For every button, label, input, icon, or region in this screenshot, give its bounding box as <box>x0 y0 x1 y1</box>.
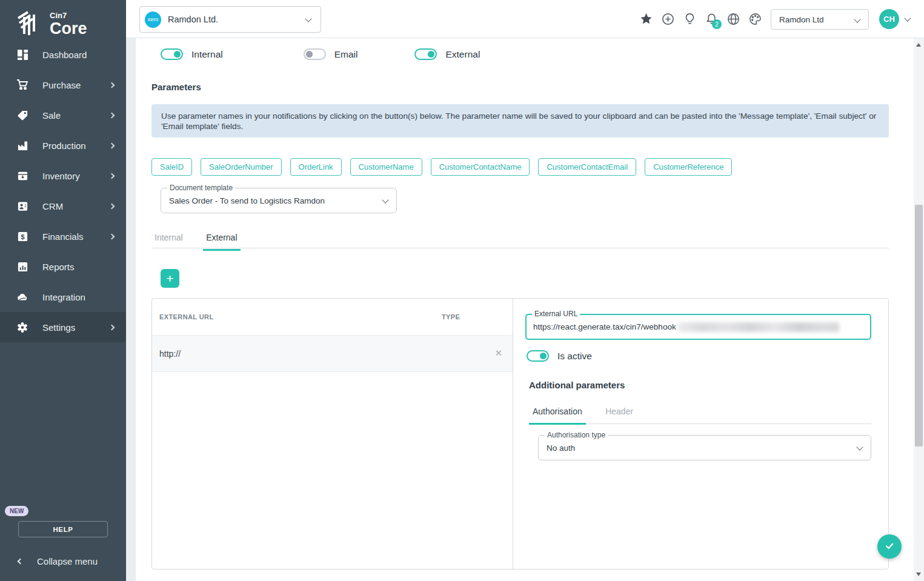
entity-name: Ramdon Ltd <box>779 15 824 24</box>
globe-icon[interactable] <box>726 12 740 25</box>
sidebar-label-dashboard: Dashboard <box>42 50 87 60</box>
parameters-info-box: Use parameter names in your notification… <box>151 104 889 138</box>
column-type: TYPE <box>442 313 460 320</box>
chevron-down-icon <box>856 443 863 450</box>
sidebar: Cin7 Core Dashboard Purchase <box>0 0 126 581</box>
topbar: xero Ramdon Ltd. 2 <box>126 0 924 38</box>
webhook-panel: EXTERNAL URL TYPE http:// ✕ External URL… <box>151 298 889 569</box>
scrollbar-thumb[interactable] <box>915 205 923 447</box>
help-button[interactable]: HELP <box>18 521 108 537</box>
favourites-star-icon[interactable] <box>639 12 653 25</box>
inventory-box-icon <box>16 170 28 182</box>
tab-header[interactable]: Header <box>602 402 637 423</box>
chevron-right-icon <box>109 324 115 330</box>
sidebar-item-financials[interactable]: $ Financials <box>0 221 126 251</box>
theme-palette-icon[interactable] <box>748 12 762 25</box>
sidebar-item-production[interactable]: Production <box>0 130 126 161</box>
quick-add-icon[interactable] <box>661 12 674 25</box>
organisation-selector[interactable]: xero Ramdon Ltd. <box>139 6 321 33</box>
brand-cin7: Cin7 <box>50 12 87 19</box>
chevron-down-icon[interactable] <box>904 15 911 21</box>
organisation-name: Ramdon Ltd. <box>168 15 218 24</box>
chevron-down-icon <box>382 196 388 203</box>
external-url-value: https://react.generate.tax/cin7/webhook <box>533 322 676 331</box>
chevron-left-icon <box>18 559 24 565</box>
webhook-row-url: http:// <box>159 349 181 359</box>
vertical-scrollbar[interactable] <box>914 38 924 581</box>
scroll-up-arrow-icon[interactable] <box>916 43 921 47</box>
email-toggle-label: Email <box>334 49 358 60</box>
sale-tag-icon <box>16 109 28 121</box>
ideas-lightbulb-icon[interactable] <box>683 12 696 25</box>
sidebar-item-settings[interactable]: Settings <box>0 312 126 342</box>
webhook-row[interactable]: http:// ✕ <box>152 336 513 372</box>
is-active-toggle[interactable] <box>527 350 549 362</box>
param-orderlink-button[interactable]: OrderLink <box>290 158 342 176</box>
scroll-down-arrow-icon[interactable] <box>916 573 921 576</box>
tab-authorisation[interactable]: Authorisation <box>529 402 586 425</box>
production-factory-icon <box>16 139 28 151</box>
sidebar-item-reports[interactable]: Reports <box>0 251 126 282</box>
external-toggle[interactable] <box>414 48 437 60</box>
authorisation-type-select[interactable]: Authorisation type No auth <box>538 435 871 460</box>
tab-internal[interactable]: Internal <box>151 228 186 249</box>
chevron-down-icon <box>305 15 311 22</box>
chevron-right-icon <box>109 82 115 88</box>
sidebar-item-dashboard[interactable]: Dashboard <box>0 39 126 70</box>
webhook-form: External URL https://react.generate.tax/… <box>513 299 889 569</box>
param-customercontactemail-button[interactable]: CustomerContactEmail <box>538 158 636 176</box>
document-template-select[interactable]: Document template Sales Order - To send … <box>161 188 397 213</box>
parameter-buttons: SaleID SaleOrderNumber OrderLink Custome… <box>151 158 732 176</box>
content-left-gutter <box>126 38 136 581</box>
channel-tabs: Internal External <box>151 228 255 251</box>
user-avatar[interactable]: CH <box>879 9 899 29</box>
delete-row-icon[interactable]: ✕ <box>494 348 502 359</box>
integration-cloud-icon <box>16 291 28 303</box>
param-customercontactname-button[interactable]: CustomerContactName <box>431 158 530 176</box>
chevron-right-icon <box>109 142 115 148</box>
sidebar-label-crm: CRM <box>42 201 63 211</box>
sidebar-item-integration[interactable]: Integration <box>0 282 126 312</box>
tabs-divider <box>151 248 889 248</box>
sidebar-item-sale[interactable]: Sale <box>0 100 126 130</box>
column-external-url: EXTERNAL URL <box>159 313 214 320</box>
chevron-down-icon <box>854 16 860 22</box>
svg-text:$: $ <box>21 233 25 240</box>
chevron-right-icon <box>109 112 115 118</box>
sidebar-nav: Dashboard Purchase Sale Produ <box>0 39 126 342</box>
param-customerreference-button[interactable]: CustomerReference <box>645 158 732 176</box>
internal-toggle-label: Internal <box>191 49 223 60</box>
save-button[interactable] <box>877 534 902 559</box>
brand-core: Core <box>50 21 87 37</box>
sidebar-label-production: Production <box>42 141 86 151</box>
chevron-right-icon <box>109 203 115 209</box>
sidebar-label-reports: Reports <box>42 262 75 272</box>
sidebar-item-purchase[interactable]: Purchase <box>0 70 126 100</box>
authorisation-type-value: No auth <box>547 443 575 453</box>
collapse-menu-button[interactable]: Collapse menu <box>18 556 98 566</box>
email-toggle[interactable] <box>304 48 326 60</box>
param-saleordernumber-button[interactable]: SaleOrderNumber <box>201 158 282 176</box>
entity-selector[interactable]: Ramdon Ltd <box>771 9 869 30</box>
crm-contact-icon <box>16 200 28 212</box>
settings-gear-icon <box>16 321 28 333</box>
collapse-menu-label: Collapse menu <box>37 556 98 566</box>
financials-dollar-icon: $ <box>16 230 28 242</box>
sidebar-item-crm[interactable]: CRM <box>0 191 126 221</box>
param-saleid-button[interactable]: SaleID <box>151 158 192 176</box>
notification-channel-toggles: Internal Email External <box>161 48 480 60</box>
external-url-label: External URL <box>532 310 580 318</box>
chevron-right-icon <box>109 173 115 179</box>
webhook-table-header: EXTERNAL URL TYPE <box>152 299 513 336</box>
sidebar-item-inventory[interactable]: Inventory <box>0 161 126 191</box>
redacted-url-segment <box>678 322 839 332</box>
notifications-bell-icon[interactable]: 2 <box>705 12 718 25</box>
cin7-logo-mark-icon <box>12 7 44 41</box>
add-webhook-button[interactable]: + <box>161 269 179 288</box>
is-active-label: Is active <box>557 351 592 362</box>
internal-toggle[interactable] <box>161 48 183 60</box>
tab-external[interactable]: External <box>203 228 240 251</box>
sidebar-label-settings: Settings <box>42 322 75 333</box>
external-url-field[interactable]: External URL https://react.generate.tax/… <box>525 314 871 340</box>
param-customername-button[interactable]: CustomerName <box>350 158 422 176</box>
